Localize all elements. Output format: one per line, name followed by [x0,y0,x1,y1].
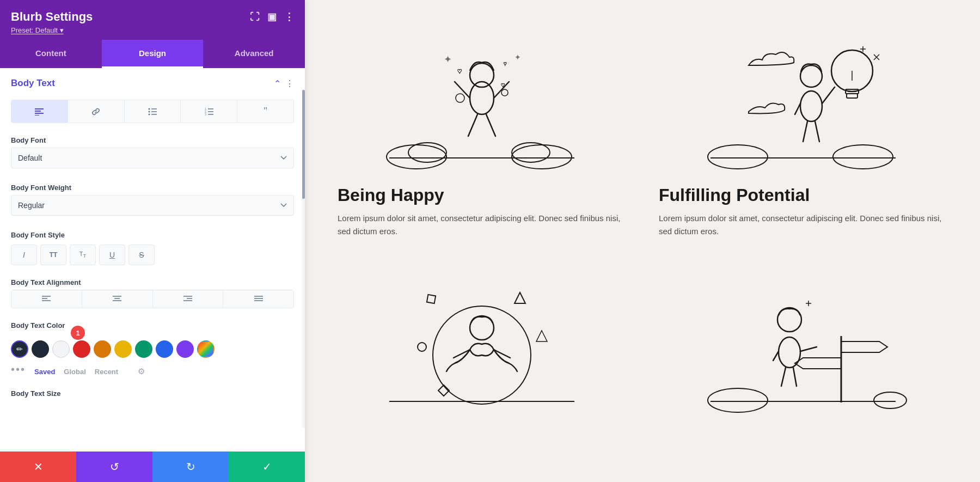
scroll-bar[interactable] [302,90,305,428]
tab-advanced[interactable]: Advanced [203,40,305,68]
panel-title-row: Blurb Settings ⛶ ▣ ⋮ [11,10,294,24]
svg-text:♥: ♥ [501,81,505,89]
tab-design[interactable]: Design [102,40,204,68]
svg-line-82 [773,351,779,361]
body-font-style-label: Body Font Style [0,225,305,242]
body-font-label: Body Font [0,131,305,148]
blurb-card-direction [659,265,947,429]
card-title-being-happy: Being Happy [338,185,626,205]
card-title-fulfilling-potential: Fulfilling Potential [659,185,947,205]
svg-line-84 [793,368,797,386]
small-caps-btn[interactable]: TT [70,245,96,265]
illustration-fulfilling-potential [659,22,947,174]
text-align-group [11,290,294,308]
scroll-thumb [302,90,305,199]
link-btn[interactable] [68,100,125,123]
panel-body: Body Text ⌃ ⋮ [0,68,305,452]
chevron-up-icon[interactable]: ⌃ [274,78,281,89]
body-font-weight-label: Body Font Weight [0,178,305,195]
card-text-being-happy: Lorem ipsum dolor sit amet, consectetur … [338,212,626,238]
panel-tabs: Content Design Advanced [0,40,305,68]
pencil-color-tool[interactable]: ✏ [11,340,28,358]
panel-preset[interactable]: Preset: Default ▾ [11,26,294,34]
svg-point-58 [800,91,822,121]
list-btn[interactable] [125,100,181,123]
swatch-purple[interactable] [176,340,194,358]
svg-line-61 [803,121,807,142]
svg-point-8 [148,113,150,115]
svg-rect-73 [427,295,436,303]
svg-line-62 [815,121,819,142]
content-area: ♥ ♥ ♥ ✦ ✦ Being Happy Lorem ipsum dolor … [305,0,980,482]
svg-point-38 [470,63,494,87]
body-text-size-label: Body Text Size [0,384,305,401]
svg-point-87 [708,388,768,412]
panel-header: Blurb Settings ⛶ ▣ ⋮ Preset: Default ▾ [0,0,305,40]
save-button[interactable]: ✓ [229,452,305,482]
svg-point-88 [874,392,906,408]
text-align-right[interactable] [153,290,224,308]
fullscreen-icon[interactable]: ⛶ [250,11,260,23]
cancel-button[interactable]: ✕ [0,452,76,482]
svg-marker-72 [514,292,525,303]
svg-point-51 [708,145,768,169]
more-colors-btn[interactable]: ••• [11,363,26,376]
redo-button[interactable]: ↻ [152,452,229,482]
panel-bottom-bar: ✕ ↺ ↻ ✓ [0,452,305,482]
color-tabs: Saved Global Recent ⚙ [26,367,145,376]
svg-point-35 [512,145,572,169]
ordered-list-btn[interactable]: 1. 2. 3. [181,100,237,123]
color-tab-recent[interactable]: Recent [95,368,118,376]
swatch-white[interactable] [52,340,70,358]
svg-point-47 [501,89,508,96]
sidebar-icon[interactable]: ▣ [267,11,277,23]
more-icon[interactable]: ⋮ [284,11,294,23]
color-tab-global[interactable]: Global [64,368,85,376]
swatch-black[interactable] [32,340,49,358]
swatch-red[interactable] [73,340,90,358]
swatch-blue[interactable] [156,340,173,358]
blurb-card-meditation [338,265,626,429]
strikethrough-btn[interactable]: S [128,245,155,265]
svg-point-76 [418,343,426,351]
align-left-btn[interactable] [11,100,68,123]
tab-content[interactable]: Content [0,40,102,68]
body-text-color-label: Body Text Color [0,316,305,333]
body-font-select[interactable]: Default [11,148,294,168]
color-tab-saved[interactable]: Saved [34,368,55,376]
blockquote-btn[interactable]: " [237,100,293,123]
cards-grid: ♥ ♥ ♥ ✦ ✦ Being Happy Lorem ipsum dolor … [338,22,947,429]
undo-button[interactable]: ↺ [76,452,152,482]
section-title: Body Text [11,78,55,89]
svg-point-6 [148,111,150,112]
swatch-gradient[interactable] [197,340,215,358]
body-font-weight-select[interactable]: Regular [11,195,294,216]
svg-point-57 [800,65,822,87]
badge-1: 1 [71,326,85,340]
svg-line-59 [822,87,835,103]
text-align-left[interactable] [11,290,82,308]
italic-btn[interactable]: I [11,245,37,265]
body-text-alignment-label: Body Text Alignment [0,273,305,290]
text-align-center[interactable] [82,290,153,308]
svg-line-83 [781,368,786,386]
underline-btn[interactable]: U [99,245,125,265]
illustration-being-happy: ♥ ♥ ♥ ✦ ✦ [338,22,626,174]
swatch-yellow[interactable] [114,340,132,358]
section-actions: ⌃ ⋮ [274,78,294,89]
color-settings-icon[interactable]: ⚙ [138,367,145,376]
color-swatches: ✏ [11,340,294,358]
svg-point-33 [387,145,446,169]
swatch-orange[interactable] [94,340,111,358]
blurb-card-being-happy: ♥ ♥ ♥ ✦ ✦ Being Happy Lorem ipsum dolor … [338,22,626,238]
svg-line-42 [486,114,495,136]
section-options-icon[interactable]: ⋮ [285,78,294,89]
bold-caps-btn[interactable]: TT [40,245,66,265]
text-format-controls: 1. 2. 3. " [0,96,305,131]
swatch-green[interactable] [135,340,152,358]
font-style-group: I TT TT U S [0,242,305,273]
text-align-justify[interactable] [223,290,293,308]
color-footer: ••• Saved Global Recent ⚙ [11,362,294,376]
illustration-direction [659,265,947,418]
svg-text:✦: ✦ [514,53,521,62]
